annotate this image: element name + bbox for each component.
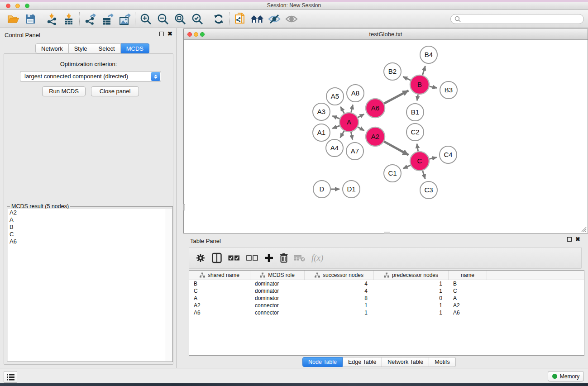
node-A7[interactable]: A7 [346, 143, 363, 160]
canvas-left-grip[interactable] [183, 204, 185, 210]
new-network-from-selection-button[interactable] [231, 11, 249, 27]
tab-network[interactable]: Network [35, 43, 69, 53]
node-A[interactable]: A [339, 113, 359, 132]
mcds-list-scrollbar[interactable] [166, 209, 172, 361]
edge-A-A6[interactable] [358, 114, 364, 117]
select-all-rows-button[interactable] [228, 255, 240, 261]
node-A5[interactable]: A5 [326, 88, 344, 105]
node-A3[interactable]: A3 [313, 103, 330, 120]
resize-grip-icon[interactable] [580, 226, 587, 232]
refresh-button[interactable] [210, 11, 227, 27]
mcds-result-item[interactable]: C [8, 231, 167, 238]
float-panel-icon[interactable] [159, 32, 164, 36]
node-B[interactable]: B [410, 75, 429, 94]
network-window-titlebar[interactable]: testGlobe.txt [184, 29, 588, 40]
memory-button[interactable]: Memory [548, 371, 584, 381]
node-A4[interactable]: A4 [326, 139, 343, 157]
zoom-selected-button[interactable] [189, 11, 206, 27]
table-row[interactable]: Bdominator41B [189, 280, 584, 287]
column-header-MCDS-role[interactable]: MCDS role [250, 271, 305, 280]
close-table-panel-icon[interactable]: ✖ [575, 237, 580, 242]
delete-column-button[interactable] [280, 253, 288, 263]
edge-A-A5[interactable] [340, 107, 344, 114]
edge-C-C2[interactable] [417, 144, 418, 152]
show-columns-button[interactable] [212, 253, 222, 263]
zoom-window-button[interactable] [25, 4, 29, 8]
tab-network-table[interactable]: Network Table [382, 357, 429, 367]
edge-A-A8[interactable] [351, 105, 353, 112]
edge-A6-B[interactable] [384, 91, 408, 104]
edge-B-B1[interactable] [417, 95, 418, 101]
function-builder-button[interactable]: f(x) [311, 253, 323, 263]
mcds-result-list[interactable]: A2ABCA6 [8, 209, 167, 361]
show-all-button[interactable] [283, 11, 300, 27]
run-mcds-button[interactable]: Run MCDS [42, 86, 86, 96]
zoom-out-button[interactable] [154, 11, 172, 27]
edge-B-B3[interactable] [430, 86, 437, 88]
float-table-panel-icon[interactable] [567, 237, 572, 242]
node-D1[interactable]: D1 [343, 181, 360, 198]
import-network-button[interactable] [43, 11, 60, 27]
tab-node-table[interactable]: Node Table [302, 357, 343, 367]
edge-B-B2[interactable] [403, 76, 411, 80]
hide-selected-button[interactable] [266, 11, 283, 27]
delete-table-button[interactable] [294, 254, 305, 262]
node-C3[interactable]: C3 [420, 181, 437, 199]
edge-A-A7[interactable] [351, 132, 352, 140]
node-A1[interactable]: A1 [313, 124, 330, 141]
node-D[interactable]: D [313, 181, 330, 198]
edge-A-A1[interactable] [332, 126, 339, 129]
edge-C-C4[interactable] [429, 157, 436, 159]
node-C2[interactable]: C2 [406, 124, 424, 141]
network-zoom-button[interactable] [200, 32, 205, 37]
import-table-button[interactable] [60, 11, 77, 27]
edge-A-A2[interactable] [358, 127, 364, 131]
minimize-window-button[interactable] [15, 4, 20, 8]
export-network-button[interactable] [81, 11, 99, 27]
mcds-result-item[interactable]: A [8, 216, 167, 224]
table-row[interactable]: A2connector11A2 [189, 302, 584, 309]
first-neighbors-button[interactable] [249, 11, 266, 27]
node-C4[interactable]: C4 [440, 146, 457, 163]
tab-style[interactable]: Style [69, 43, 93, 53]
network-close-button[interactable] [187, 32, 192, 37]
tab-edge-table[interactable]: Edge Table [343, 357, 382, 367]
create-column-button[interactable] [264, 253, 273, 262]
criterion-dropdown[interactable]: largest connected component (directed) [20, 71, 161, 82]
node-C[interactable]: C [410, 152, 429, 171]
tab-select[interactable]: Select [93, 43, 121, 53]
mcds-result-item[interactable]: A6 [8, 238, 167, 245]
search-field[interactable] [450, 14, 584, 24]
node-B4[interactable]: B4 [420, 46, 437, 63]
table-row[interactable]: A6connector11A6 [189, 309, 584, 316]
node-B3[interactable]: B3 [440, 81, 457, 99]
zoom-fit-button[interactable] [172, 11, 189, 27]
close-window-button[interactable] [6, 4, 10, 8]
mcds-result-item[interactable]: A2 [8, 209, 167, 216]
node-A8[interactable]: A8 [347, 85, 364, 102]
export-image-button[interactable] [116, 11, 133, 27]
column-header-successor-nodes[interactable]: successor nodes [305, 271, 374, 280]
table-settings-button[interactable] [196, 253, 206, 263]
network-canvas[interactable]: B4B2BB3A8A5A6A3B1AA1C2A2A4A7C4CC1C3DD1 [184, 40, 588, 233]
mcds-result-item[interactable]: B [8, 224, 167, 231]
edge-A2-C[interactable] [384, 142, 408, 155]
export-table-button[interactable] [99, 11, 116, 27]
close-panel-icon[interactable]: ✖ [167, 32, 172, 36]
edge-C-C1[interactable] [403, 165, 411, 168]
node-A2[interactable]: A2 [366, 127, 385, 146]
search-input[interactable] [461, 15, 583, 23]
network-minimize-button[interactable] [194, 32, 198, 37]
node-B2[interactable]: B2 [384, 63, 401, 80]
save-session-button[interactable] [22, 11, 39, 27]
zoom-in-button[interactable] [137, 11, 154, 27]
node-table[interactable]: shared nameMCDS rolesuccessor nodesprede… [189, 270, 584, 356]
edge-C-C3[interactable] [423, 171, 425, 179]
node-A6[interactable]: A6 [366, 99, 385, 118]
task-history-button[interactable] [4, 371, 17, 383]
edge-B-B4[interactable] [422, 66, 425, 75]
column-header-predecessor-nodes[interactable]: predecessor nodes [374, 271, 449, 280]
table-row[interactable]: Cdominator41C [189, 287, 584, 295]
open-file-button[interactable] [5, 11, 22, 27]
node-C1[interactable]: C1 [384, 165, 401, 182]
